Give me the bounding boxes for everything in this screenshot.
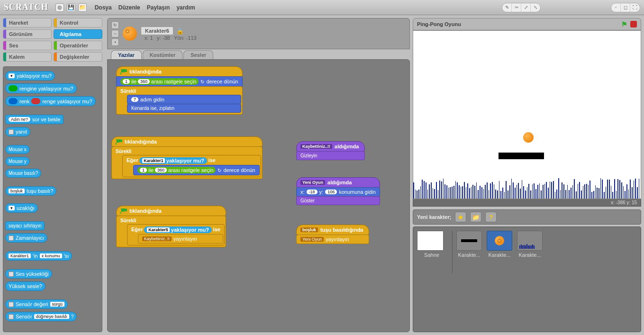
script-stack-4[interactable]: Kaybettiniz..!!aldığımda Gizleyin bbox=[296, 141, 365, 160]
paint-sprite-icon[interactable]: ★ bbox=[455, 212, 466, 222]
sprite-item-3[interactable]: Karakte... bbox=[516, 231, 544, 258]
stage-canvas[interactable] bbox=[413, 30, 641, 199]
stage-paddle[interactable] bbox=[499, 153, 544, 159]
hat-receive-lost[interactable]: Kaybettiniz..!!aldığımda bbox=[296, 141, 365, 152]
cat-sensing[interactable]: Algılama bbox=[54, 29, 102, 39]
if-2[interactable]: Eğer Karakter1yaklaşıyor mu? ise 1ile360… bbox=[122, 155, 261, 177]
blk-ask[interactable]: Adın ne?sor ve bekle bbox=[5, 115, 63, 124]
blk-distance[interactable]: ▾uzaklığı bbox=[5, 203, 38, 213]
blk-colorcolor[interactable]: renk renge yaklaşıyor mu? bbox=[5, 96, 96, 106]
blk-keypressed[interactable]: boşluktuşu basılı? bbox=[5, 186, 56, 196]
blk-turn-1[interactable]: 1ile360arası rastgele seçin ↻derece dönü… bbox=[116, 76, 243, 87]
script-tabs: Yazılar Kostümler Sesler bbox=[107, 50, 410, 59]
new-sprite-bar: Yeni karakter; ★ 📁 ? bbox=[413, 209, 641, 225]
stage-thumb[interactable]: Sahne bbox=[417, 231, 446, 258]
rotate-free-icon[interactable]: ↻ bbox=[111, 21, 119, 29]
cat-pen[interactable]: Kalem bbox=[3, 52, 52, 62]
view-full-icon[interactable]: ⛶ bbox=[630, 3, 640, 12]
blk-broadcast-new[interactable]: Yeni Oyunyayınlayın bbox=[296, 235, 369, 244]
blk-sensorbool[interactable]: Sensördüğmeye basıldı? bbox=[5, 312, 77, 321]
hat-keypress[interactable]: boşluktuşu basıldığında bbox=[296, 225, 369, 235]
blk-loudness[interactable]: Ses yüksekliği bbox=[5, 269, 52, 279]
green-flag-icon bbox=[120, 69, 127, 74]
sprite-name-input[interactable]: Karakter6 bbox=[141, 27, 173, 35]
green-flag-icon bbox=[120, 208, 127, 214]
cut-icon[interactable]: ✂ bbox=[512, 3, 521, 12]
app-logo: SCRATCH bbox=[4, 2, 48, 12]
sprite-item-2[interactable]: Karakte... bbox=[486, 231, 513, 258]
menu-edit[interactable]: Düzenle bbox=[118, 4, 140, 11]
view-normal-icon[interactable]: ◻ bbox=[621, 3, 630, 12]
blk-goto[interactable]: x:-18y:106konumuna gidin bbox=[296, 187, 380, 197]
blk-broadcast-lost[interactable]: Kaybettiniz..!!yayınlayın bbox=[138, 234, 223, 244]
sprite-coords: x: 1 y: -38 Yön: -113 bbox=[145, 35, 197, 41]
green-flag-button[interactable]: ⚑ bbox=[621, 20, 627, 28]
if-3[interactable]: Eğer Karakter5yaklaşıyor mu? ise Kaybett… bbox=[127, 224, 225, 245]
blk-mousey[interactable]: Mouse y bbox=[5, 157, 30, 166]
import-sprite-icon[interactable]: 📁 bbox=[470, 212, 481, 222]
menu-share[interactable]: Paylaşın bbox=[147, 4, 170, 11]
script-stack-5[interactable]: Yeni Oyunaldığımda x:-18y:106konumuna gi… bbox=[296, 177, 380, 205]
lock-icon[interactable]: 🔒 bbox=[176, 27, 184, 35]
blk-loud[interactable]: Yüksek sesle? bbox=[5, 281, 45, 291]
cat-looks[interactable]: Görünüm bbox=[3, 29, 52, 39]
script-stack-6[interactable]: boşluktuşu basıldığında Yeni Oyunyayınla… bbox=[296, 225, 369, 244]
grow-icon[interactable]: ⤢ bbox=[521, 3, 531, 12]
sprite-item-1[interactable]: Karakte... bbox=[455, 231, 483, 258]
top-toolbar: SCRATCH ◍ 💾 📁 Dosya Düzenle Paylaşın yar… bbox=[0, 0, 644, 15]
rotate-lr-icon[interactable]: ↔ bbox=[111, 30, 119, 37]
hat-flag-2[interactable]: tıklandığında bbox=[111, 136, 263, 147]
open-icon[interactable]: 📁 bbox=[78, 3, 87, 12]
stop-button[interactable] bbox=[630, 21, 637, 27]
sprite-thumbnail bbox=[123, 27, 137, 41]
blk-of[interactable]: Karakter1'inx konumu'sı bbox=[5, 251, 72, 261]
forever-1[interactable]: Sürekli 7adım gidin Kenarda ise, zıplatı… bbox=[116, 86, 243, 115]
menu-file[interactable]: Dosya bbox=[95, 4, 112, 11]
blk-turn-2[interactable]: 1ile360arası rastgele seçin ↻derece dönü… bbox=[133, 165, 260, 175]
blk-timer[interactable]: Zamanlayıcı bbox=[5, 233, 47, 243]
blk-answer[interactable]: yanıt bbox=[5, 127, 30, 136]
view-small-icon[interactable]: ▫ bbox=[611, 3, 621, 12]
forever-3[interactable]: Sürekli Eğer Karakter5yaklaşıyor mu? ise… bbox=[116, 216, 226, 247]
cat-sound[interactable]: Ses bbox=[3, 41, 52, 50]
hat-receive-newgame[interactable]: Yeni Oyunaldığımda bbox=[296, 177, 380, 188]
scripts-area[interactable]: tıklandığında 1ile360arası rastgele seçi… bbox=[107, 59, 410, 332]
random-sprite-icon[interactable]: ? bbox=[485, 212, 497, 222]
script-stack-1[interactable]: tıklandığında 1ile360arası rastgele seçi… bbox=[116, 66, 243, 115]
stage-ball[interactable] bbox=[523, 132, 534, 143]
new-sprite-label: Yeni karakter; bbox=[417, 214, 451, 220]
cat-operators[interactable]: Operatörler bbox=[54, 41, 102, 50]
script-stack-2[interactable]: tıklandığında Sürekli Eğer Karakter1yakl… bbox=[111, 136, 263, 179]
forever-2[interactable]: Sürekli Eğer Karakter1yaklaşıyor mu? ise… bbox=[111, 146, 263, 179]
tab-costumes[interactable]: Kostümler bbox=[143, 50, 182, 59]
tab-sounds[interactable]: Sesler bbox=[183, 50, 213, 59]
blk-move[interactable]: 7adım gidin bbox=[127, 95, 241, 104]
globe-icon[interactable]: ◍ bbox=[55, 3, 64, 12]
stage-title-bar: Ping-Pong Oyunu ⚑ bbox=[413, 18, 641, 30]
hat-flag-1[interactable]: tıklandığında bbox=[116, 66, 243, 77]
stage-grass bbox=[413, 175, 641, 199]
menu-help[interactable]: yardım bbox=[176, 4, 195, 11]
blk-mousedown[interactable]: Mouse basılı? bbox=[5, 169, 41, 178]
stage-coords: x: -386 y: 15 bbox=[413, 199, 641, 207]
blk-hide[interactable]: Gizleyin bbox=[296, 151, 365, 160]
blk-show[interactable]: Göster bbox=[296, 196, 380, 205]
rotate-none-icon[interactable]: • bbox=[111, 38, 119, 46]
blk-touching[interactable]: ▾yaklaşıyor mu? bbox=[5, 71, 55, 81]
left-panel: Hareket Kontrol Görünüm Algılama Ses Ope… bbox=[0, 15, 105, 335]
cat-variables[interactable]: Değişkenler bbox=[54, 52, 102, 62]
blk-touchcolor[interactable]: rengine yaklaşıyor mu? bbox=[5, 83, 77, 93]
blk-resettimer[interactable]: sayacı sıfırlayın bbox=[5, 221, 45, 230]
cat-motion[interactable]: Hareket bbox=[3, 18, 52, 27]
blk-sensorval[interactable]: Sensör değerisürgü bbox=[5, 299, 68, 309]
script-stack-3[interactable]: tıklandığında Sürekli Eğer Karakter5yakl… bbox=[116, 206, 226, 247]
blk-mousex[interactable]: Mouse x bbox=[5, 145, 30, 154]
hat-flag-3[interactable]: tıklandığında bbox=[116, 206, 226, 216]
tab-scripts[interactable]: Yazılar bbox=[111, 50, 142, 59]
save-icon[interactable]: 💾 bbox=[67, 3, 75, 12]
blk-bounce[interactable]: Kenarda ise, zıplatın bbox=[127, 104, 241, 113]
stamp-icon[interactable]: ✎ bbox=[502, 3, 512, 12]
scripts-panel: ↻ ↔ • Karakter6 🔒 x: 1 y: -38 Yön: -113 … bbox=[105, 15, 412, 335]
cat-control[interactable]: Kontrol bbox=[54, 18, 102, 27]
shrink-icon[interactable]: ⤡ bbox=[531, 3, 540, 12]
